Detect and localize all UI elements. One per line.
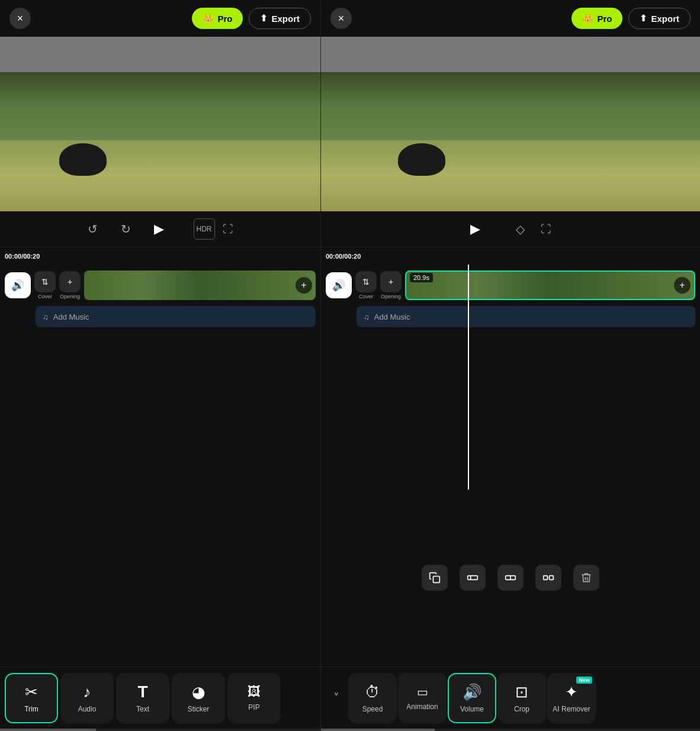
right-tool-speed[interactable]: ⏱ Speed: [348, 673, 397, 723]
right-progress-fill: [321, 729, 435, 731]
left-volume-button[interactable]: 🔊: [5, 272, 31, 298]
trim-split-action-button[interactable]: [460, 565, 486, 591]
copy-action-button[interactable]: [422, 565, 448, 591]
collapse-button[interactable]: ˅: [326, 687, 347, 709]
left-music-track[interactable]: ♫ Add Music: [36, 306, 316, 327]
right-video-clip[interactable]: 20.9s +: [405, 270, 695, 300]
right-time-total: 00:20: [344, 253, 361, 260]
tool-text[interactable]: T Text: [116, 673, 169, 723]
crop-icon: ⊡: [515, 683, 528, 701]
left-hdr-area: HDR ⛶: [194, 218, 239, 240]
ai-remover-label: AI Remover: [553, 705, 590, 713]
right-music-note-icon: ♫: [364, 313, 370, 321]
left-redo-button[interactable]: ↻: [115, 218, 137, 240]
left-opening-button[interactable]: + Opening: [59, 271, 81, 300]
right-export-label: Export: [651, 14, 679, 24]
right-tool-volume[interactable]: 🔊 Volume: [448, 673, 496, 723]
left-controls-bar: ↺ ↻ ▶ HDR ⛶: [0, 211, 320, 247]
right-music-track[interactable]: ♫ Add Music: [357, 306, 695, 327]
left-top-bar-right: 👑 Pro ⬆ Export: [192, 8, 311, 29]
right-cover-button[interactable]: ⇅ Cover: [355, 271, 377, 300]
right-upload-icon: ⬆: [640, 13, 647, 24]
right-tool-ai-remover[interactable]: New ✦ AI Remover: [547, 673, 596, 723]
right-opening-button[interactable]: + Opening: [380, 271, 402, 300]
right-play-button[interactable]: ▶: [464, 218, 486, 240]
bird-shape: [59, 143, 107, 176]
dissolve-action-button[interactable]: [535, 565, 561, 591]
left-cover-button[interactable]: ⇅ Cover: [34, 271, 56, 300]
svg-rect-0: [434, 577, 440, 583]
tool-pip[interactable]: 🖼 PIP: [227, 673, 281, 723]
svg-rect-6: [550, 576, 554, 580]
new-badge: New: [576, 677, 592, 684]
left-top-bar-left: ×: [9, 8, 31, 29]
right-tool-crop[interactable]: ⊡ Crop: [497, 673, 546, 723]
right-clip-add-button[interactable]: +: [674, 277, 691, 294]
tool-sticker[interactable]: ◕ Sticker: [172, 673, 225, 723]
animation-label: Animation: [406, 703, 438, 711]
hdr-icon[interactable]: HDR: [194, 218, 215, 240]
left-close-button[interactable]: ×: [9, 8, 31, 29]
right-pro-label: Pro: [597, 14, 612, 24]
right-bottom-toolbar: ˅ ⏱ Speed ▭ Animation 🔊 Volume ⊡ Crop Ne…: [321, 666, 700, 729]
pro-label: Pro: [217, 14, 232, 24]
text-icon: T: [137, 682, 147, 701]
right-time-current: 00:00: [326, 253, 342, 260]
left-top-bar: × 👑 Pro ⬆ Export: [0, 0, 320, 37]
cover-icon: ⇅: [34, 271, 56, 292]
right-progress-bar[interactable]: [321, 729, 700, 731]
left-panel: × 👑 Pro ⬆ Export ↺ ↻ ▶ HDR ⛶: [0, 0, 320, 731]
crop-label: Crop: [514, 705, 529, 713]
right-grass-bg: [321, 140, 700, 211]
left-play-button[interactable]: ▶: [149, 218, 170, 240]
music-note-icon: ♫: [43, 313, 49, 321]
left-progress-bar[interactable]: [0, 729, 320, 731]
tool-audio[interactable]: ♪ Audio: [60, 673, 114, 723]
right-tool-animation[interactable]: ▭ Animation: [398, 673, 447, 723]
right-export-button[interactable]: ⬆ Export: [628, 8, 691, 29]
delete-action-button[interactable]: [573, 565, 599, 591]
pip-label: PIP: [248, 703, 259, 711]
right-timeline-area: 🔊 ⇅ Cover + Opening 20.9s + ♫ Add Music: [321, 265, 700, 666]
tool-trim[interactable]: ✂ Trim: [5, 673, 58, 723]
crown-icon: 👑: [203, 13, 214, 24]
right-pro-button[interactable]: 👑 Pro: [571, 8, 622, 29]
right-fullscreen-icon[interactable]: ⛶: [535, 218, 557, 240]
left-pro-button[interactable]: 👑 Pro: [192, 8, 243, 29]
right-top-bar: × 👑 Pro ⬆ Export: [321, 0, 700, 37]
audio-icon: ♪: [84, 683, 91, 701]
right-playhead: [468, 265, 469, 490]
left-video-clip[interactable]: +: [84, 270, 316, 300]
left-export-button[interactable]: ⬆ Export: [249, 8, 311, 29]
volume-label: Volume: [460, 705, 484, 713]
animation-icon: ▭: [417, 685, 428, 699]
right-close-button[interactable]: ×: [330, 8, 352, 29]
left-timeline-header: 00:00/00:20 00:00 · 00:02 · 00:0: [0, 247, 320, 265]
svg-rect-5: [544, 576, 548, 580]
text-label: Text: [136, 705, 149, 713]
sticker-label: Sticker: [188, 705, 210, 713]
right-fence-bg: [321, 37, 700, 72]
left-undo-button[interactable]: ↺: [82, 218, 104, 240]
audio-label: Audio: [78, 705, 97, 713]
left-timeline-area: 🔊 ⇅ Cover + Opening + ♫ Add Music: [0, 265, 320, 666]
opening-label: Opening: [60, 294, 80, 300]
right-timeline-header: 00:00/00:20 00:00 · 00:02 · 00:0: [321, 247, 700, 265]
right-cover-icon: ⇅: [355, 271, 377, 292]
left-clip-add-button[interactable]: +: [296, 277, 312, 294]
diamond-icon[interactable]: ◇: [509, 218, 531, 240]
right-panel: × 👑 Pro ⬆ Export ▶ ◇ ⛶ 00:: [320, 0, 700, 731]
edit-actions-bar: [321, 560, 700, 595]
opening-icon: +: [59, 271, 81, 292]
upload-icon: ⬆: [260, 13, 268, 24]
right-controls-bar: ▶ ◇ ⛶: [321, 211, 700, 247]
split-action-button[interactable]: [497, 565, 524, 591]
fullscreen-icon[interactable]: ⛶: [217, 218, 239, 240]
clip-duration-badge: 20.9s: [410, 273, 433, 282]
right-volume-button[interactable]: 🔊: [326, 272, 352, 298]
right-time-display: 00:00/00:20: [326, 253, 367, 260]
right-crown-icon: 👑: [582, 13, 593, 24]
right-cover-label: Cover: [359, 294, 373, 300]
left-time-current: 00:00: [5, 253, 21, 260]
scissors-icon: ✂: [25, 683, 38, 701]
